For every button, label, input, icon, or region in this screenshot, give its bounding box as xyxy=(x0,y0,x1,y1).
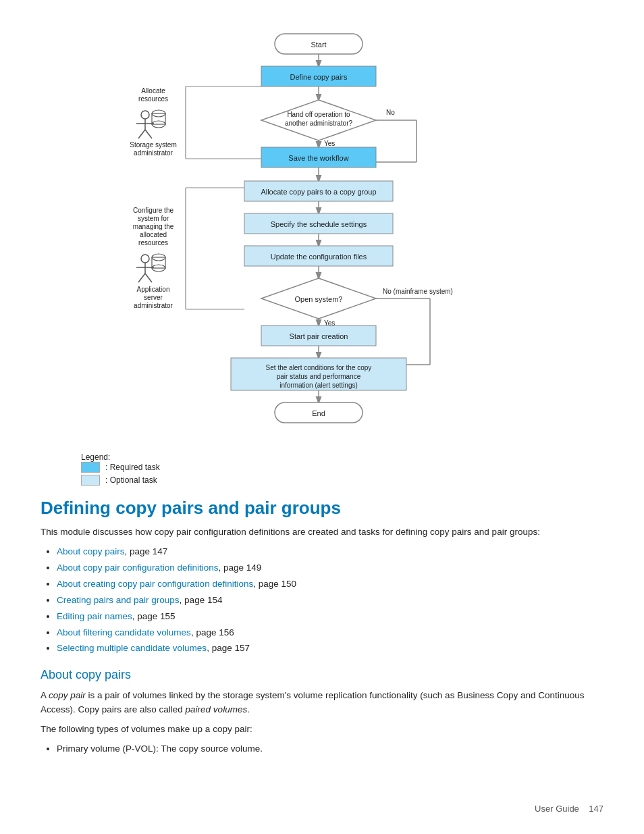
page-footer: User Guide 147 xyxy=(535,804,603,814)
footer-page: 147 xyxy=(589,804,603,814)
subsection-title: About copy pairs xyxy=(41,668,603,682)
list-item: About copy pairs, page 147 xyxy=(57,545,603,559)
svg-text:Application: Application xyxy=(137,286,170,293)
svg-line-5 xyxy=(138,130,145,138)
svg-text:resources: resources xyxy=(138,95,168,103)
svg-text:End: End xyxy=(312,409,325,417)
legend-optional-text: : Optional task xyxy=(105,475,157,485)
svg-text:Open system?: Open system? xyxy=(295,295,343,303)
svg-text:Start: Start xyxy=(311,41,326,49)
section-title: Defining copy pairs and pair groups xyxy=(41,498,603,519)
legend-required-text: : Required task xyxy=(105,463,160,472)
svg-point-17 xyxy=(141,255,149,263)
svg-text:Specify the schedule settings: Specify the schedule settings xyxy=(271,220,367,228)
svg-text:Define copy pairs: Define copy pairs xyxy=(290,73,348,81)
svg-text:information (alert settings): information (alert settings) xyxy=(279,382,358,389)
svg-text:resources: resources xyxy=(138,239,168,246)
link-selecting-multiple[interactable]: Selecting multiple candidate volumes xyxy=(57,643,207,653)
section-intro: This module discusses how copy pair conf… xyxy=(41,525,603,540)
svg-text:administrator: administrator xyxy=(134,302,173,309)
legend: Legend: : Required task : Optional task xyxy=(41,452,603,486)
svg-text:Update the configuration files: Update the configuration files xyxy=(271,253,367,261)
svg-text:administrator: administrator xyxy=(134,149,173,157)
legend-required-box xyxy=(81,462,100,473)
svg-text:Allocate copy pairs to a copy : Allocate copy pairs to a copy group xyxy=(261,188,376,196)
svg-line-20 xyxy=(138,273,145,282)
svg-point-2 xyxy=(141,111,149,119)
legend-optional: : Optional task xyxy=(81,475,603,486)
list-item: About filtering candidate volumes, page … xyxy=(57,626,603,640)
link-creating-pairs[interactable]: Creating pairs and pair groups xyxy=(57,595,180,605)
svg-text:managing the: managing the xyxy=(133,223,174,230)
svg-text:No: No xyxy=(386,109,395,116)
svg-text:allocated: allocated xyxy=(140,231,167,238)
link-about-copy-pairs[interactable]: About copy pairs xyxy=(57,546,125,556)
svg-line-6 xyxy=(145,130,152,138)
footer-text: User Guide xyxy=(535,804,579,814)
subsection-bullet-list: Primary volume (P-VOL): The copy source … xyxy=(57,742,603,756)
svg-text:Allocate: Allocate xyxy=(141,87,165,95)
svg-text:pair status and performance: pair status and performance xyxy=(277,373,361,380)
pvol-text: Primary volume (P-VOL): The copy source … xyxy=(57,744,263,754)
list-item: About creating copy pair configuration d… xyxy=(57,577,603,592)
svg-text:Save the workflow: Save the workflow xyxy=(288,154,348,162)
flowchart: Allocate resources Storage system admini… xyxy=(113,14,531,446)
list-item: About copy pair configuration definition… xyxy=(57,561,603,575)
list-item: Selecting multiple candidate volumes, pa… xyxy=(57,642,603,656)
legend-label: Legend: xyxy=(81,452,110,462)
list-item: Creating pairs and pair groups, page 154 xyxy=(57,594,603,608)
legend-optional-box xyxy=(81,475,100,486)
svg-line-21 xyxy=(145,273,152,282)
svg-text:Configure the: Configure the xyxy=(133,207,173,214)
svg-text:system for: system for xyxy=(138,215,169,222)
link-about-copy-pair-config[interactable]: About copy pair configuration definition… xyxy=(57,563,218,573)
link-editing-pair-names[interactable]: Editing pair names xyxy=(57,611,132,621)
section-link-list: About copy pairs, page 147 About copy pa… xyxy=(57,545,603,656)
svg-text:No (mainframe system): No (mainframe system) xyxy=(383,288,453,295)
link-about-creating-copy-pair-config[interactable]: About creating copy pair configuration d… xyxy=(57,579,253,589)
legend-required: : Required task xyxy=(81,462,603,473)
subsection-para2: The following types of volumes make up a… xyxy=(41,723,603,737)
svg-rect-8 xyxy=(152,113,165,124)
svg-text:Storage system: Storage system xyxy=(130,141,176,149)
list-item: Editing pair names, page 155 xyxy=(57,610,603,624)
svg-text:another administrator?: another administrator? xyxy=(285,120,352,127)
svg-text:server: server xyxy=(144,294,163,301)
list-item: Primary volume (P-VOL): The copy source … xyxy=(57,742,603,756)
svg-rect-23 xyxy=(152,257,165,268)
subsection-para1: A copy pair is a pair of volumes linked … xyxy=(41,689,603,717)
svg-text:Set the alert conditions for t: Set the alert conditions for the copy xyxy=(266,364,372,371)
svg-text:Yes: Yes xyxy=(324,140,335,147)
svg-text:Hand off operation to: Hand off operation to xyxy=(287,111,350,118)
flowchart-area: Allocate resources Storage system admini… xyxy=(41,14,603,446)
svg-text:Start pair creation: Start pair creation xyxy=(290,332,348,340)
link-about-filtering[interactable]: About filtering candidate volumes xyxy=(57,627,191,637)
